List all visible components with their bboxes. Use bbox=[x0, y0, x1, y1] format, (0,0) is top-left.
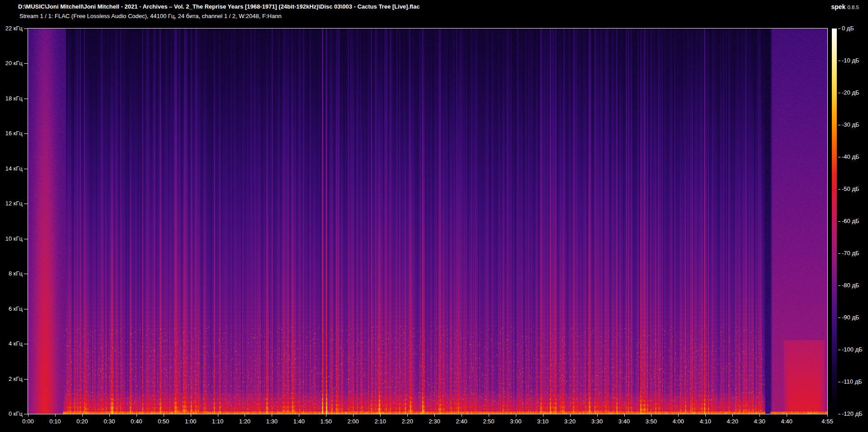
time-tick-mark bbox=[137, 414, 137, 417]
time-tick-mark bbox=[218, 414, 218, 417]
db-tick-mark bbox=[838, 189, 840, 190]
db-tick-label: -70 дБ bbox=[842, 250, 859, 257]
freq-tick-mark bbox=[24, 28, 28, 29]
time-tick-mark bbox=[787, 414, 787, 417]
time-tick-mark bbox=[678, 414, 679, 417]
time-tick-label: 1:30 bbox=[259, 418, 284, 425]
freq-tick-mark bbox=[24, 169, 28, 169]
file-path-title: D:\MUSIC\Joni Mitchell\Joni Mitchell - 2… bbox=[18, 3, 420, 10]
time-tick-label: 2:20 bbox=[395, 418, 420, 425]
time-tick-mark bbox=[462, 414, 462, 417]
time-tick-label: 2:40 bbox=[449, 418, 474, 425]
time-tick-mark bbox=[82, 414, 83, 417]
time-tick-label: 2:50 bbox=[476, 418, 501, 425]
app-version: 0.8.5 bbox=[847, 5, 859, 10]
spectrogram-canvas bbox=[28, 28, 827, 414]
time-tick-label: 3:40 bbox=[612, 418, 637, 425]
time-tick-mark bbox=[624, 414, 625, 417]
db-tick-mark bbox=[838, 221, 840, 222]
time-tick-mark bbox=[732, 414, 733, 417]
db-tick-mark bbox=[838, 414, 840, 414]
db-tick-mark bbox=[838, 61, 840, 61]
db-tick-label: -50 дБ bbox=[842, 185, 859, 193]
time-tick-label: 2:10 bbox=[368, 418, 393, 425]
time-tick-label: 4:20 bbox=[720, 418, 745, 425]
freq-tick-mark bbox=[24, 414, 28, 414]
time-tick-mark bbox=[272, 414, 272, 417]
time-tick-mark bbox=[245, 414, 245, 417]
db-legend-gradient bbox=[832, 28, 837, 414]
db-tick-label: -110 дБ bbox=[842, 378, 862, 385]
freq-tick-label: 18 кГц bbox=[0, 95, 23, 102]
db-tick-label: 0 дБ bbox=[842, 25, 854, 32]
db-tick-mark bbox=[838, 28, 840, 29]
db-tick-mark bbox=[838, 285, 840, 286]
freq-tick-mark bbox=[24, 204, 28, 204]
time-tick-label: 2:00 bbox=[340, 418, 366, 425]
time-tick-label: 1:20 bbox=[232, 418, 257, 425]
time-tick-label: 3:20 bbox=[557, 418, 583, 425]
time-tick-label: 1:10 bbox=[205, 418, 231, 425]
freq-tick-label: 2 кГц bbox=[0, 375, 23, 383]
time-tick-label: 4:00 bbox=[665, 418, 691, 425]
freq-tick-label: 14 кГц bbox=[0, 165, 23, 172]
time-tick-mark bbox=[760, 414, 760, 417]
time-tick-mark bbox=[299, 414, 299, 417]
time-tick-label: 1:40 bbox=[286, 418, 311, 425]
freq-tick-label: 8 кГц bbox=[0, 270, 23, 277]
db-tick-label: -120 дБ bbox=[842, 410, 863, 418]
freq-tick-mark bbox=[24, 379, 28, 380]
time-tick-label: 3:30 bbox=[585, 418, 610, 425]
time-tick-mark bbox=[543, 414, 543, 417]
freq-tick-mark bbox=[24, 63, 28, 64]
freq-tick-label: 10 кГц bbox=[0, 235, 23, 242]
freq-tick-label: 0 кГц bbox=[0, 410, 23, 418]
freq-tick-mark bbox=[24, 239, 28, 239]
time-tick-label: 2:30 bbox=[422, 418, 447, 425]
time-tick-label: 0:10 bbox=[42, 418, 68, 425]
time-tick-mark bbox=[516, 414, 516, 417]
db-tick-label: -10 дБ bbox=[842, 57, 859, 64]
freq-tick-mark bbox=[24, 99, 28, 99]
freq-tick-mark bbox=[24, 309, 28, 309]
freq-tick-label: 20 кГц bbox=[0, 60, 23, 67]
time-tick-mark bbox=[326, 414, 326, 417]
time-tick-label: 3:50 bbox=[638, 418, 664, 425]
time-tick-label: 4:55 bbox=[815, 418, 840, 425]
time-tick-label: 3:10 bbox=[530, 418, 556, 425]
freq-tick-label: 12 кГц bbox=[0, 200, 23, 207]
time-tick-mark bbox=[570, 414, 571, 417]
time-tick-label: 3:00 bbox=[503, 418, 528, 425]
db-tick-mark bbox=[838, 318, 840, 318]
time-tick-mark bbox=[407, 414, 408, 417]
freq-tick-mark bbox=[24, 274, 28, 274]
time-tick-label: 4:30 bbox=[747, 418, 772, 425]
stream-info: Stream 1 / 1: FLAC (Free Lossless Audio … bbox=[19, 13, 282, 19]
time-tick-mark bbox=[597, 414, 598, 417]
db-tick-mark bbox=[838, 157, 840, 157]
db-tick-label: -20 дБ bbox=[842, 89, 859, 96]
time-tick-mark bbox=[651, 414, 651, 417]
freq-tick-label: 22 кГц bbox=[0, 25, 23, 32]
db-tick-mark bbox=[838, 93, 840, 93]
time-tick-mark bbox=[55, 414, 56, 417]
db-tick-label: -90 дБ bbox=[842, 314, 859, 321]
db-tick-label: -80 дБ bbox=[842, 282, 859, 289]
time-tick-mark bbox=[109, 414, 110, 417]
time-tick-mark bbox=[489, 414, 489, 417]
spectrogram-plot bbox=[28, 28, 828, 414]
app-name: spek bbox=[831, 3, 846, 10]
time-tick-label: 0:20 bbox=[70, 418, 95, 425]
time-tick-label: 0:40 bbox=[124, 418, 149, 425]
freq-tick-mark bbox=[24, 344, 28, 344]
time-tick-label: 4:40 bbox=[774, 418, 799, 425]
db-tick-label: -30 дБ bbox=[842, 121, 859, 128]
db-tick-mark bbox=[838, 253, 840, 254]
db-tick-label: -40 дБ bbox=[842, 153, 859, 161]
db-tick-label: -100 дБ bbox=[842, 346, 863, 353]
freq-tick-label: 4 кГц bbox=[0, 340, 23, 347]
time-tick-mark bbox=[705, 414, 706, 417]
db-tick-mark bbox=[838, 382, 840, 382]
freq-tick-label: 16 кГц bbox=[0, 130, 23, 137]
db-tick-mark bbox=[838, 125, 840, 125]
